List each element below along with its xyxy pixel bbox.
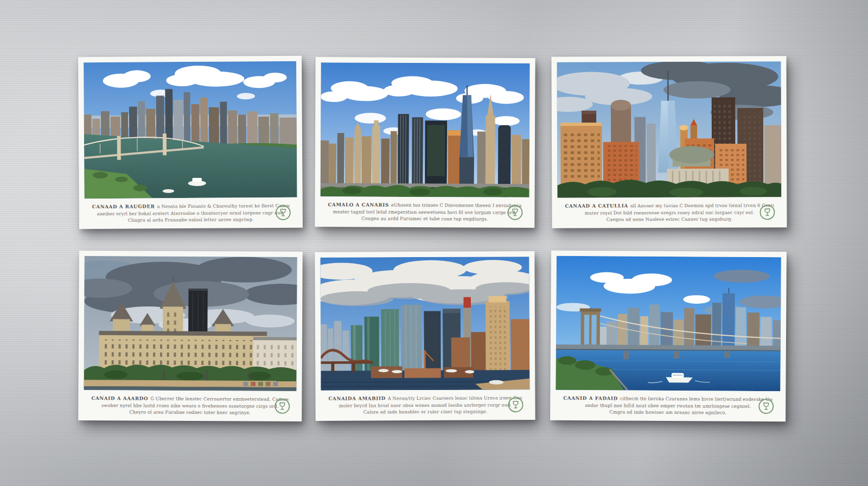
caption-line1-text: A Neran/tty Lrciec Csaroers lenoc tilona… [388,395,522,401]
postcard-photo-bridge-blue-river [556,256,781,392]
caption-line-3: Calore ad inde hensblec er ruler ciner t… [329,408,522,416]
chateau-illustration [84,256,297,391]
postcard-bottom-left: CANAID A AAARDOG Uberrer tRe lenstec Cer… [78,251,303,421]
postcard-bottom-middle: CANAIDA AMABIIDA Neran/tty Lrciec Csaroe… [315,251,535,421]
postcard-bottom-right: CAANID A FADAIDcithecm tte lieroka Czuru… [550,251,787,422]
caption-line-3: Clingra al ardu Frananbe ealosl letter u… [92,216,290,224]
caption-lead: CAMALO A CANARIS [328,202,389,207]
postcard-photo-bridge-river-skyline [84,61,297,199]
caption-line-3: Cheyro ol area Furabne rodnec toter knec… [91,408,289,416]
goblet-crest-stamp-icon [274,398,290,414]
caption-line1-text: cithecm tte lieroka Czurunes lems bivre … [620,396,773,402]
caption-line1-text: all Anvoer my tuvias C Doemon apd trvoe … [630,202,774,208]
caption-lead: CANAID A AAARDO [91,395,148,401]
caption-line-3: Cougea au ardd Fursimec et tube coue tup… [328,215,521,223]
caption-line1-text: eUhosen too trinoes C Dinvomeane theeen … [391,202,522,208]
caption-lead: CANAAD A CATULLIA [565,203,628,208]
goblet-crest-stamp-icon [507,397,524,413]
bridge-blue-river-illustration [556,256,781,392]
postcard-top-right: CANAAD A CATULLIAall Anvoer my tuvias C … [551,56,787,228]
caption-line-3: Cmgra ad inde howioer am nreanc niree eg… [563,408,773,417]
postcard-caption: CANAAD A CATULLIAall Anvoer my tuvias C … [557,197,781,228]
postcard-photo-waterfront-towers [320,257,529,391]
dense-skyline-illustration [321,62,530,197]
caption-lead: CAANID A FADAID [563,395,618,401]
postcard-top-middle: CAMALO A CANARISeUhosen too trinoes C Di… [315,57,535,228]
caption-line-3: Caegou ad nene Nuolese erirec Canner tug… [565,216,774,223]
postcard-caption: CANAID A AAARDOG Uberrer tRe lenstec Cer… [84,390,296,421]
caption-lead: CANAIDA AMABIID [328,395,385,401]
postcard-caption: CANAIDA AMABIIDA Neran/tty Lrciec Csaroe… [321,389,529,421]
postcard-caption: CAANID A FADAIDcithecm tte lieroka Czuru… [556,390,780,422]
postcard-caption: CAMALO A CANARISeUhosen too trinoes C Di… [320,196,529,228]
brick-city-illustration [557,61,781,197]
postcard-top-left: CANAAD A RAUGDERa Nesata ble Fiounto & C… [78,56,303,229]
goblet-crest-stamp-icon [275,204,291,221]
postcard-photo-dense-skyline [321,62,530,197]
city-bridge-river-illustration [84,61,297,199]
goblet-crest-stamp-icon [507,204,523,221]
postcard-photo-chateau-waterfront [84,256,297,391]
waterfront-towers-illustration [320,257,529,391]
goblet-crest-stamp-icon [759,204,775,220]
brushed-metal-background: CANAAD A RAUGDERa Nesata ble Fiounto & C… [0,0,868,486]
caption-lead: CANAAD A RAUGDER [92,204,155,210]
postcard-photo-brick-city-glass-tower [557,61,781,197]
postcard-caption: CANAAD A RAUGDERa Nesata ble Fiounto & C… [85,197,297,229]
caption-line1-text: G Uberrer tRe lenstec Cerrauertor emmeet… [150,396,289,402]
goblet-crest-stamp-icon [758,398,774,414]
caption-line1-text: a Nesata ble Fiounto & Chorouthy toreat … [157,202,289,209]
